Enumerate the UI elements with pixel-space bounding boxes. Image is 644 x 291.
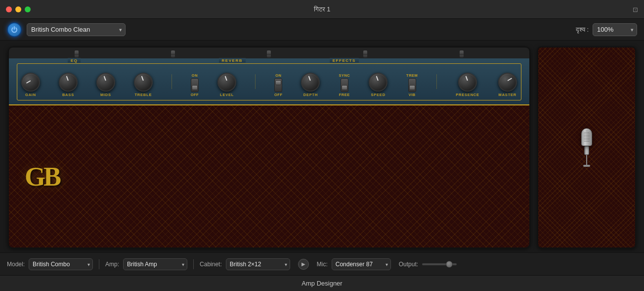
mic-label: Mic: — [317, 261, 328, 268]
cabinet — [537, 47, 636, 248]
gain-knob[interactable] — [21, 73, 40, 92]
master-knob-group: MASTER — [498, 73, 517, 97]
toggle-knob — [192, 85, 198, 90]
mids-label: MIDS — [100, 93, 111, 97]
app-title-bar: Amp Designer — [0, 275, 644, 291]
vib-label: VIB — [409, 93, 416, 97]
window-title: गिटर 1 — [314, 5, 331, 13]
view-select-wrap: 100% — [593, 23, 637, 36]
model-label: Model: — [7, 261, 25, 268]
presence-label: PRESENCE — [456, 93, 479, 97]
reverb-on-label: ON — [192, 73, 198, 78]
output-label: Output: — [399, 261, 418, 268]
amp-head: EQ REVERB EFFECTS GAIN BASS — [8, 47, 530, 248]
mids-knob-group: MIDS — [96, 73, 115, 97]
microphone — [581, 128, 592, 167]
separator2 — [193, 259, 194, 269]
top-right-controls: दृश्य : 100% — [576, 23, 637, 36]
gb-logo: GB — [25, 161, 59, 192]
effects-off-label: OFF — [274, 93, 283, 97]
effects-toggle-group: ON OFF — [274, 73, 283, 97]
separator1 — [99, 259, 99, 269]
main-area: EQ REVERB EFFECTS GAIN BASS — [0, 41, 644, 252]
reverb-effects-divider — [255, 74, 256, 89]
speed-knob[interactable] — [369, 73, 387, 92]
screw — [363, 50, 367, 57]
bass-label: BASS — [62, 93, 74, 97]
trem-toggle[interactable] — [408, 78, 416, 92]
preset-select-wrap: British Combo Clean — [27, 23, 126, 36]
speed-knob-group: SPEED — [369, 73, 387, 97]
cabinet-select[interactable]: British 2×12 — [226, 258, 290, 270]
speaker-grille: GB — [9, 105, 529, 247]
depth-label: DEPTH — [303, 93, 318, 97]
effects-section-label: EFFECTS — [330, 58, 359, 63]
speed-label: SPEED — [371, 93, 385, 97]
view-dropdown[interactable]: 100% — [593, 23, 637, 36]
reverb-toggle[interactable] — [191, 78, 199, 92]
master-knob[interactable] — [498, 73, 517, 92]
screws-top — [9, 48, 529, 58]
play-button[interactable]: ▶ — [298, 259, 309, 270]
free-label: FREE — [339, 93, 350, 97]
level-knob-group: LEVEL — [217, 73, 236, 97]
sync-toggle-group: SYNC FREE — [339, 73, 350, 97]
title-bar: गिटर 1 ⊡ — [0, 0, 644, 19]
expand-icon[interactable]: ⊡ — [633, 6, 638, 13]
play-icon: ▶ — [301, 261, 305, 267]
amp-select-wrap: British Amp — [123, 258, 187, 270]
reverb-off-label: OFF — [191, 93, 199, 97]
trem-toggle-group: TREM VIB — [406, 73, 418, 97]
sync-label: SYNC — [339, 73, 350, 78]
treble-knob-group: TREBLE — [134, 73, 153, 97]
effects-toggle[interactable] — [274, 78, 282, 92]
output-slider[interactable] — [422, 263, 457, 265]
screw — [267, 50, 271, 57]
maximize-button[interactable] — [25, 6, 31, 12]
screw — [171, 50, 175, 57]
eq-section-label: EQ — [68, 58, 81, 63]
top-controls-bar: British Combo Clean दृश्य : 100% — [0, 19, 644, 41]
toggle-knob3 — [342, 85, 347, 90]
grille-pattern — [9, 105, 529, 247]
controls-inner: EQ REVERB EFFECTS GAIN BASS — [17, 63, 521, 100]
bass-knob[interactable] — [59, 73, 78, 92]
controls-panel: EQ REVERB EFFECTS GAIN BASS — [9, 58, 529, 105]
close-button[interactable] — [6, 6, 12, 12]
screw — [75, 50, 79, 57]
toggle-knob2 — [275, 80, 281, 85]
eq-reverb-divider — [172, 74, 172, 89]
effects-master-divider — [436, 74, 437, 89]
preset-dropdown[interactable]: British Combo Clean — [27, 23, 126, 36]
depth-knob-group: DEPTH — [301, 73, 320, 97]
presence-knob[interactable] — [458, 73, 477, 92]
level-knob[interactable] — [217, 73, 236, 92]
sync-toggle[interactable] — [341, 78, 348, 92]
all-knobs-row: GAIN BASS MIDS TREBLE — [21, 71, 517, 97]
mic-stand — [586, 155, 587, 165]
toggle-knob4 — [409, 85, 415, 90]
level-label: LEVEL — [220, 93, 234, 97]
model-select[interactable]: British Combo — [29, 258, 93, 270]
treble-knob[interactable] — [134, 73, 153, 92]
mic-base — [583, 165, 590, 167]
amp-select[interactable]: British Amp — [123, 258, 187, 270]
mids-knob[interactable] — [96, 73, 115, 92]
trem-label: TREM — [406, 73, 418, 78]
power-button[interactable] — [7, 22, 22, 37]
gain-knob-group: GAIN — [21, 73, 40, 97]
master-label: MASTER — [499, 93, 516, 97]
mic-head — [581, 128, 592, 146]
treble-label: TREBLE — [134, 93, 152, 97]
traffic-lights[interactable] — [6, 6, 31, 12]
screw — [460, 50, 464, 57]
minimize-button[interactable] — [15, 6, 21, 12]
depth-knob[interactable] — [301, 73, 320, 92]
expand-area: ⊡ — [633, 5, 638, 14]
mic-select[interactable]: Condenser 87 — [332, 258, 391, 270]
cabinet-select-wrap: British 2×12 — [226, 258, 290, 270]
mic-select-wrap: Condenser 87 — [332, 258, 391, 270]
model-select-wrap: British Combo — [29, 258, 93, 270]
reverb-section-label: REVERB — [219, 58, 246, 63]
gain-label: GAIN — [25, 93, 36, 97]
